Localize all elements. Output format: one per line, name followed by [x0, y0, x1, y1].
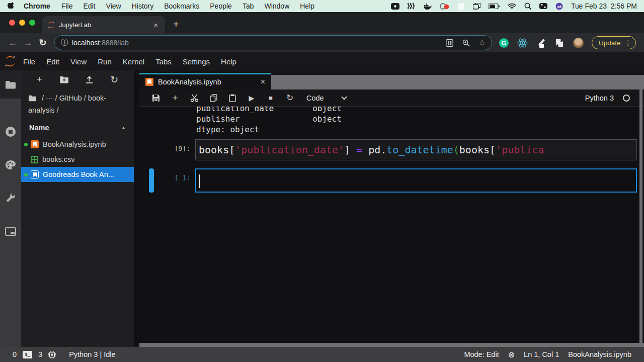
file-row-goodreads-selected[interactable]: Goodreads Book An...: [21, 167, 134, 182]
zoom-icon[interactable]: [462, 39, 470, 47]
notebook-content[interactable]: publication_date object publisher object…: [139, 107, 637, 343]
macos-menu-history[interactable]: History: [132, 2, 154, 10]
mode-indicator[interactable]: Mode: Edit: [464, 350, 499, 358]
sort-ascending-icon[interactable]: ▲: [121, 125, 126, 130]
macos-menu-people[interactable]: People: [210, 2, 232, 10]
spotlight-search-icon[interactable]: [524, 3, 531, 10]
macos-menu-edit[interactable]: Edit: [83, 2, 95, 10]
file-list-header[interactable]: Name ▲: [28, 122, 127, 135]
docker-icon[interactable]: [423, 3, 432, 10]
forward-icon[interactable]: →: [20, 38, 35, 48]
jlab-menu-help[interactable]: Help: [221, 57, 236, 66]
close-window-button[interactable]: [9, 20, 15, 26]
profile-avatar[interactable]: [573, 38, 584, 48]
back-icon[interactable]: ←: [5, 38, 20, 48]
new-folder-icon[interactable]: [59, 76, 69, 83]
tab-close-icon[interactable]: ×: [151, 21, 160, 29]
breadcrumb-path[interactable]: / ··· / GitHub / book-analysis /: [28, 94, 106, 114]
menubar-clock[interactable]: Tue Feb 23 2:56 PM: [571, 2, 637, 10]
kernels-count[interactable]: 3: [38, 350, 42, 358]
maximize-window-button[interactable]: [29, 20, 35, 26]
purple-app-icon[interactable]: [555, 3, 563, 10]
apple-icon[interactable]: [7, 2, 15, 10]
home-folder-icon[interactable]: [28, 95, 37, 102]
sidebar-item-property-inspector[interactable]: [0, 185, 21, 211]
jlab-menu-settings[interactable]: Settings: [183, 57, 210, 66]
kernel-status-label[interactable]: Python 3 | Idle: [69, 350, 115, 358]
bookmark-star-icon[interactable]: ☆: [479, 38, 486, 47]
browser-menu-dots-icon[interactable]: ⋮: [625, 39, 632, 47]
macos-menu-help[interactable]: Help: [300, 2, 314, 10]
sidebar-item-running-kernels[interactable]: [0, 119, 21, 145]
terminals-count[interactable]: 0: [13, 350, 17, 358]
jlab-menu-kernel[interactable]: Kernel: [123, 57, 144, 66]
grammarly-extension-icon[interactable]: G: [499, 38, 509, 48]
address-bar[interactable]: ⓘ localhost :8888/lab ☆: [54, 35, 492, 50]
macos-menu-view[interactable]: View: [106, 2, 121, 10]
waves-app-icon[interactable]: [408, 3, 415, 10]
battery-icon[interactable]: [489, 4, 500, 9]
notebook-tab-close-icon[interactable]: ×: [261, 77, 265, 86]
file-row-bookanalysis[interactable]: BookAnalysis.ipynb: [21, 137, 134, 152]
pen-tool-extension-icon[interactable]: [536, 38, 546, 48]
file-name[interactable]: BookAnalysis.ipynb: [43, 140, 106, 148]
copy-cells-button[interactable]: [204, 94, 223, 102]
react-devtools-icon[interactable]: [517, 38, 528, 48]
jlab-menu-view[interactable]: View: [70, 57, 87, 66]
run-cell-button[interactable]: ▶: [242, 94, 261, 102]
trust-shield-icon[interactable]: ⊗: [508, 350, 515, 359]
mission-control-icon[interactable]: [473, 3, 480, 10]
wrench-icon: [6, 193, 16, 204]
jlab-menu-tabs[interactable]: Tabs: [155, 57, 172, 66]
sidebar-item-commands[interactable]: [0, 152, 21, 178]
macos-menu-file[interactable]: File: [61, 2, 73, 10]
code-cell-editor[interactable]: books['publication_date'] = pd.to_dateti…: [195, 139, 637, 160]
minimize-window-button[interactable]: [19, 20, 25, 26]
refresh-icon[interactable]: ↻: [110, 74, 118, 85]
menubar-app-name[interactable]: Chrome: [24, 2, 50, 10]
cursor-position[interactable]: Ln 1, Col 1: [524, 350, 559, 358]
vertical-scrollbar[interactable]: [639, 89, 642, 347]
cell-type-dropdown[interactable]: Code: [306, 94, 346, 102]
control-center-icon[interactable]: [539, 3, 547, 9]
horizontal-scrollbar[interactable]: [139, 343, 644, 347]
sidebar-item-open-tabs[interactable]: [0, 218, 21, 244]
stop-kernel-button[interactable]: ■: [261, 94, 280, 102]
macos-menu-tab[interactable]: Tab: [243, 2, 254, 10]
browser-tab-jupyterlab[interactable]: JupyterLab ×: [42, 16, 165, 33]
wifi-icon[interactable]: [508, 3, 516, 9]
chrome-update-button[interactable]: Update ⋮: [592, 36, 636, 49]
active-cell-editor[interactable]: [195, 168, 637, 193]
add-cell-button[interactable]: +: [166, 93, 185, 104]
restart-kernel-button[interactable]: ↻: [280, 93, 299, 103]
cut-cells-button[interactable]: [185, 94, 204, 102]
sidebar-item-file-browser[interactable]: [0, 70, 21, 99]
file-row-books-csv[interactable]: books.csv: [21, 152, 134, 167]
file-name[interactable]: books.csv: [42, 155, 74, 163]
name-column-label[interactable]: Name: [29, 124, 49, 132]
upload-icon[interactable]: [86, 75, 93, 83]
new-tab-button[interactable]: +: [173, 19, 179, 30]
jlab-menu-edit[interactable]: Edit: [46, 57, 59, 66]
tab-grid-icon[interactable]: [446, 39, 453, 47]
extensions-puzzle-icon[interactable]: [555, 38, 565, 48]
display-mirroring-icon[interactable]: [457, 3, 465, 10]
breadcrumb[interactable]: / ··· / GitHub / book-analysis /: [21, 88, 127, 120]
camera-app-icon[interactable]: [391, 3, 399, 10]
paste-cells-button[interactable]: [223, 94, 242, 102]
screen-record-icon[interactable]: [440, 3, 449, 10]
jlab-menu-run[interactable]: Run: [98, 57, 112, 66]
notebook-tab-active[interactable]: BookAnalysis.ipynb ×: [139, 73, 271, 89]
kernel-name-label[interactable]: Python 3: [585, 94, 614, 102]
kernel-status-icon[interactable]: [623, 95, 630, 102]
reload-icon[interactable]: ↻: [35, 37, 50, 48]
site-info-icon[interactable]: ⓘ: [61, 38, 68, 47]
macos-menu-window[interactable]: Window: [264, 2, 289, 10]
jlab-menu-file[interactable]: File: [23, 57, 35, 66]
new-launcher-icon[interactable]: +: [37, 74, 42, 85]
macos-menu-bookmarks[interactable]: Bookmarks: [164, 2, 199, 10]
active-filename[interactable]: BookAnalysis.ipynb: [568, 350, 631, 358]
file-name[interactable]: Goodreads Book An...: [43, 170, 114, 178]
save-button[interactable]: [146, 94, 166, 102]
cell-collapser-bar[interactable]: [149, 168, 154, 193]
